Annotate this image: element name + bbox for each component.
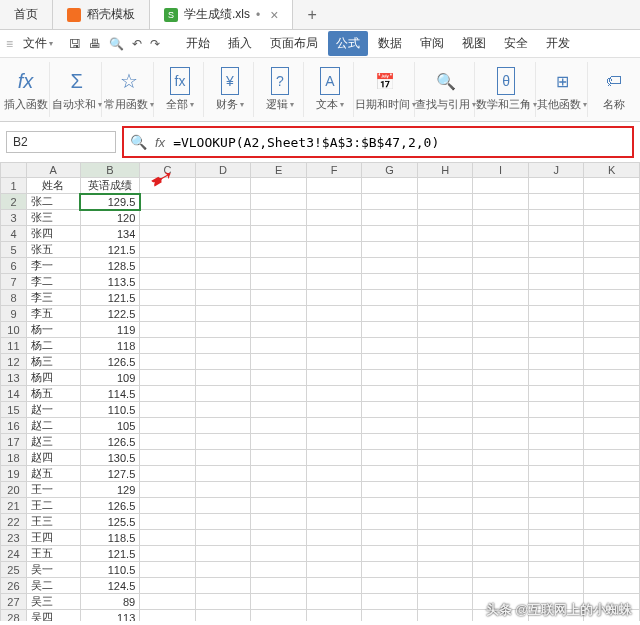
cell-K18[interactable] [584,450,640,466]
cell-F8[interactable] [306,290,362,306]
cell-J16[interactable] [528,418,584,434]
row-header-5[interactable]: 5 [1,242,27,258]
cell-K13[interactable] [584,370,640,386]
cell-C20[interactable] [140,482,196,498]
preview-icon[interactable]: 🔍 [109,37,124,51]
cell-F28[interactable] [306,610,362,621]
cell-C11[interactable] [140,338,196,354]
cell-C2[interactable] [140,194,196,210]
cell-D14[interactable] [195,386,251,402]
cell-C14[interactable] [140,386,196,402]
cell-D26[interactable] [195,578,251,594]
cell-A27[interactable]: 吴三 [26,594,80,610]
cell-D25[interactable] [195,562,251,578]
cell-K21[interactable] [584,498,640,514]
cell-E4[interactable] [251,226,307,242]
print-icon[interactable]: 🖶 [89,37,101,51]
cell-G6[interactable] [362,258,418,274]
cell-I6[interactable] [473,258,528,274]
cell-H10[interactable] [417,322,473,338]
cell-A6[interactable]: 李一 [26,258,80,274]
cell-H23[interactable] [417,530,473,546]
cell-A23[interactable]: 王四 [26,530,80,546]
menu-3[interactable]: 公式 [328,31,368,56]
cell-B23[interactable]: 118.5 [80,530,140,546]
cell-C18[interactable] [140,450,196,466]
cell-H28[interactable] [417,610,473,621]
cell-G4[interactable] [362,226,418,242]
cell-G15[interactable] [362,402,418,418]
cell-B17[interactable]: 126.5 [80,434,140,450]
col-header-F[interactable]: F [306,163,362,178]
cell-J7[interactable] [528,274,584,290]
cell-G24[interactable] [362,546,418,562]
cell-K16[interactable] [584,418,640,434]
cell-I25[interactable] [473,562,528,578]
cell-I23[interactable] [473,530,528,546]
cell-C3[interactable] [140,210,196,226]
cell-A17[interactable]: 赵三 [26,434,80,450]
cell-I2[interactable] [473,194,528,210]
cell-K20[interactable] [584,482,640,498]
cell-D10[interactable] [195,322,251,338]
tab-home[interactable]: 首页 [0,0,53,29]
cell-I3[interactable] [473,210,528,226]
cell-E28[interactable] [251,610,307,621]
cell-J27[interactable] [528,594,584,610]
cell-B12[interactable]: 126.5 [80,354,140,370]
col-header-B[interactable]: B [80,163,140,178]
row-header-23[interactable]: 23 [1,530,27,546]
cell-C23[interactable] [140,530,196,546]
cell-D17[interactable] [195,434,251,450]
cell-J22[interactable] [528,514,584,530]
row-header-9[interactable]: 9 [1,306,27,322]
cell-I12[interactable] [473,354,528,370]
menu-6[interactable]: 视图 [454,31,494,56]
cell-A16[interactable]: 赵二 [26,418,80,434]
row-header-18[interactable]: 18 [1,450,27,466]
cell-H8[interactable] [417,290,473,306]
cell-F17[interactable] [306,434,362,450]
formula-input[interactable] [173,135,626,150]
undo-icon[interactable]: ↶ [132,37,142,51]
cell-F25[interactable] [306,562,362,578]
col-header-A[interactable]: A [26,163,80,178]
col-header-G[interactable]: G [362,163,418,178]
cell-K26[interactable] [584,578,640,594]
cell-B15[interactable]: 110.5 [80,402,140,418]
cell-B1[interactable]: 英语成绩 [80,178,140,194]
cell-I19[interactable] [473,466,528,482]
cell-D28[interactable] [195,610,251,621]
cell-D5[interactable] [195,242,251,258]
row-header-13[interactable]: 13 [1,370,27,386]
cell-F15[interactable] [306,402,362,418]
cell-J21[interactable] [528,498,584,514]
cell-J12[interactable] [528,354,584,370]
cell-C27[interactable] [140,594,196,610]
cell-B22[interactable]: 125.5 [80,514,140,530]
cell-E13[interactable] [251,370,307,386]
cell-G21[interactable] [362,498,418,514]
file-menu[interactable]: 文件▾ [17,33,59,54]
row-header-3[interactable]: 3 [1,210,27,226]
cell-A9[interactable]: 李五 [26,306,80,322]
cell-J2[interactable] [528,194,584,210]
cell-C5[interactable] [140,242,196,258]
cell-D16[interactable] [195,418,251,434]
magnify-icon[interactable]: 🔍 [130,134,147,150]
cell-F6[interactable] [306,258,362,274]
cell-F16[interactable] [306,418,362,434]
cell-B18[interactable]: 130.5 [80,450,140,466]
cell-C17[interactable] [140,434,196,450]
cell-C10[interactable] [140,322,196,338]
cell-J11[interactable] [528,338,584,354]
cell-G7[interactable] [362,274,418,290]
lookup-button[interactable]: 🔍 查找与引用▾ [417,62,475,117]
cell-G17[interactable] [362,434,418,450]
menu-7[interactable]: 安全 [496,31,536,56]
cell-K27[interactable] [584,594,640,610]
col-header-I[interactable]: I [473,163,528,178]
cell-H9[interactable] [417,306,473,322]
cell-G18[interactable] [362,450,418,466]
cell-H14[interactable] [417,386,473,402]
